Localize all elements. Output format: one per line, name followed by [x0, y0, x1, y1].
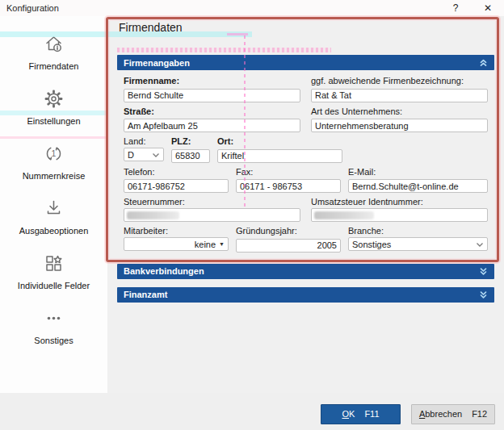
- ort-label: Ort:: [217, 136, 342, 146]
- steuernummer-label: Steuernummer:: [124, 197, 300, 207]
- sidebar-item-sonstiges[interactable]: Sonstiges: [0, 298, 107, 353]
- firmenname-input[interactable]: [124, 89, 300, 102]
- firmenbezeichnung-label: ggf. abweichende Firmenbezeichnung:: [311, 76, 488, 86]
- section-header-finanzamt[interactable]: Finanzamt: [117, 287, 494, 303]
- field-firmenbezeichnung: ggf. abweichende Firmenbezeichnung:: [311, 76, 488, 102]
- field-branche: Branche: Sonstiges: [348, 226, 488, 253]
- mitarbeiter-value: keine: [128, 240, 219, 249]
- sidebar: Firmendaten Einstellungen 1: [0, 16, 107, 393]
- field-ust-identnummer: Umsatzsteuer Identnummer:: [311, 197, 488, 222]
- field-gruendungsjahr: Gründungsjahr:: [236, 226, 341, 253]
- footer-bar: OK F11 Abbrechen F12: [0, 393, 504, 430]
- gruendungsjahr-label: Gründungsjahr:: [236, 226, 341, 236]
- sidebar-item-label: Firmendaten: [29, 61, 79, 71]
- cancel-button[interactable]: Abbrechen F12: [411, 404, 495, 424]
- svg-text:1: 1: [52, 148, 57, 158]
- branche-label: Branche:: [348, 226, 488, 236]
- field-firmenname: Firmenname:: [124, 76, 300, 102]
- download-icon: [43, 198, 65, 219]
- cancel-shortcut: F12: [472, 409, 487, 419]
- sidebar-item-ausgabeoptionen[interactable]: Ausgabeoptionen: [0, 189, 107, 244]
- field-fax: Fax:: [236, 167, 341, 194]
- strasse-label: Straße:: [124, 106, 300, 116]
- home-info-icon: [43, 33, 65, 55]
- field-land: Land: D: [124, 136, 164, 163]
- plz-input[interactable]: [171, 149, 210, 163]
- gruendungsjahr-input[interactable]: [236, 239, 341, 253]
- art-des-unternehmens-label: Art des Unternehmens:: [311, 106, 488, 116]
- redacted-value: [127, 211, 179, 219]
- section-title: Bankverbindungen: [124, 266, 204, 276]
- dropdown-triangle-icon: ▼: [219, 241, 225, 247]
- ort-input[interactable]: [217, 149, 342, 163]
- sidebar-item-firmendaten[interactable]: Firmendaten: [0, 24, 107, 79]
- ust-identnummer-input[interactable]: [311, 208, 488, 222]
- cancel-button-label: Abbrechen: [419, 409, 462, 419]
- field-art-des-unternehmens: Art des Unternehmens:: [311, 106, 488, 133]
- sidebar-item-individuelle-felder[interactable]: Individuelle Felder: [0, 244, 107, 298]
- chevron-down-icon: [152, 152, 160, 158]
- chevrons-up-icon: [479, 58, 488, 67]
- title-bar: Konfiguration ? ✕: [0, 0, 504, 16]
- sidebar-item-nummernkreise[interactable]: 1 Nummernkreise: [0, 134, 107, 189]
- help-button[interactable]: ?: [439, 0, 472, 16]
- plz-label: PLZ:: [171, 136, 210, 146]
- sidebar-item-label: Individuelle Felder: [18, 281, 90, 290]
- sidebar-item-einstellungen[interactable]: Einstellungen: [0, 79, 107, 134]
- section-title: Firmenangaben: [124, 58, 190, 68]
- redacted-value: [314, 211, 374, 219]
- field-mitarbeiter: Mitarbeiter: keine ▼: [124, 226, 229, 253]
- telefon-input[interactable]: [124, 179, 229, 193]
- field-telefon: Telefon:: [124, 167, 229, 194]
- page-title: Firmendaten: [119, 21, 494, 34]
- email-input[interactable]: [348, 179, 488, 193]
- grid-star-icon: [43, 253, 65, 274]
- ok-button[interactable]: OK F11: [321, 404, 401, 424]
- number-cycle-icon: 1: [43, 143, 65, 165]
- land-select[interactable]: D: [124, 148, 164, 161]
- sidebar-item-label: Sonstiges: [34, 336, 73, 345]
- branche-value: Sonstiges: [352, 240, 476, 249]
- firmenangaben-body: Firmenname: ggf. abweichende Firmenbezei…: [117, 70, 494, 259]
- ust-identnummer-label: Umsatzsteuer Identnummer:: [311, 197, 488, 207]
- land-value: D: [128, 150, 152, 160]
- window-title: Konfiguration: [0, 3, 59, 13]
- fax-input[interactable]: [236, 179, 341, 193]
- chevron-down-icon: [476, 241, 484, 248]
- telefon-label: Telefon:: [124, 167, 229, 177]
- email-label: E-Mail:: [348, 167, 488, 177]
- field-plz: PLZ:: [171, 136, 210, 163]
- field-ort: Ort:: [217, 136, 342, 163]
- ok-shortcut: F11: [364, 409, 379, 419]
- fax-label: Fax:: [236, 167, 341, 177]
- branche-select[interactable]: Sonstiges: [348, 237, 488, 251]
- sidebar-item-label: Nummernkreise: [23, 171, 86, 181]
- steuernummer-input[interactable]: [124, 208, 300, 222]
- section-title: Finanzamt: [124, 290, 167, 299]
- ellipsis-icon: [43, 307, 65, 329]
- art-des-unternehmens-input[interactable]: [311, 119, 488, 132]
- gear-icon: [43, 88, 65, 110]
- sidebar-item-label: Einstellungen: [27, 116, 80, 126]
- main-panel: Firmendaten Firmenangaben Firmenname: gg…: [107, 16, 504, 393]
- mitarbeiter-label: Mitarbeiter:: [124, 226, 229, 236]
- titlebar-buttons: ? ✕: [439, 0, 504, 16]
- section-header-firmenangaben[interactable]: Firmenangaben: [117, 55, 494, 70]
- chevrons-down-icon: [479, 290, 488, 299]
- field-steuernummer: Steuernummer:: [124, 197, 300, 222]
- land-label: Land:: [124, 136, 164, 146]
- field-strasse: Straße:: [124, 106, 300, 133]
- chevrons-down-icon: [479, 267, 488, 276]
- firmenname-label: Firmenname:: [124, 76, 300, 86]
- sidebar-item-label: Ausgabeoptionen: [19, 226, 89, 236]
- strasse-input[interactable]: [124, 119, 300, 132]
- close-button[interactable]: ✕: [472, 0, 504, 16]
- mitarbeiter-select[interactable]: keine ▼: [124, 237, 229, 251]
- ok-button-label: OK: [342, 409, 355, 419]
- firmenbezeichnung-input[interactable]: [311, 89, 488, 102]
- section-header-bankverbindungen[interactable]: Bankverbindungen: [117, 264, 494, 279]
- field-email: E-Mail:: [348, 167, 488, 194]
